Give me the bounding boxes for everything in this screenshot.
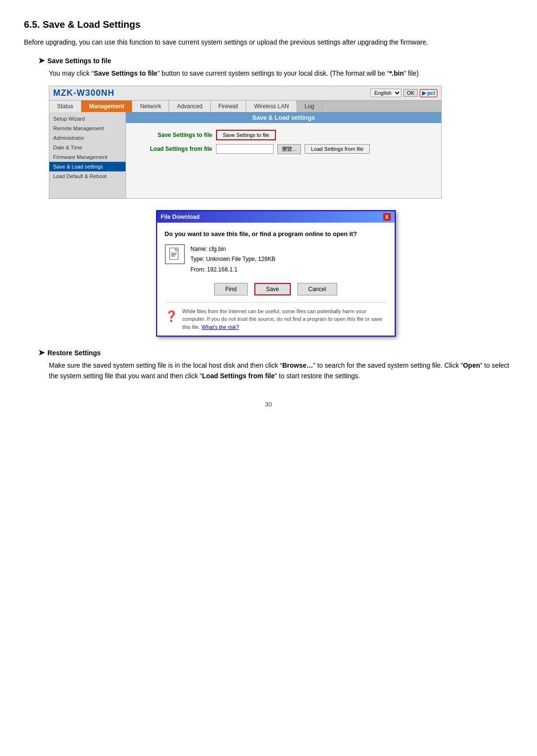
load-settings-label: Load Settings from file	[136, 146, 212, 152]
nav-tab-wireless-lan[interactable]: Wireless LAN	[246, 101, 297, 112]
router-lang-area: English OK ▶ pci	[370, 89, 437, 97]
dialog-question: Do you want to save this file, or find a…	[165, 230, 387, 237]
dialog-warning: ❓ While files from the Internet can be u…	[165, 302, 387, 331]
file-icon-svg	[168, 248, 182, 261]
warning-text: While files from the Internet can be use…	[183, 307, 387, 331]
file-download-dialog: File Download X Do you want to save this…	[156, 210, 396, 337]
bullet1-title-text: Save Settings to file	[47, 57, 111, 65]
nav-tab-log[interactable]: Log	[297, 101, 322, 112]
warning-icon: ❓	[165, 308, 178, 324]
dialog-title: File Download	[161, 214, 200, 220]
sidebar-item-remote-management[interactable]: Remote Management	[49, 124, 126, 133]
dialog-buttons: Find Save Cancel	[165, 283, 387, 295]
dialog-file-icon	[165, 244, 185, 264]
nav-tab-firewall[interactable]: Firewall	[211, 101, 246, 112]
nav-tab-network[interactable]: Network	[132, 101, 169, 112]
bullet-save-settings: ➤ Save Settings to file You may click “S…	[38, 56, 513, 337]
sidebar-item-load-default-reboot[interactable]: Load Default & Reboot	[49, 171, 126, 181]
dialog-body: Do you want to save this file, or find a…	[157, 223, 395, 336]
svg-rect-3	[171, 254, 176, 255]
sidebar-item-administrator[interactable]: Administrator	[49, 133, 126, 143]
nav-tab-status[interactable]: Status	[49, 101, 81, 112]
warning-link[interactable]: What's the risk?	[202, 324, 239, 330]
router-sidebar: Setup Wizard Remote Management Administr…	[49, 112, 126, 198]
router-pci-logo: ▶ pci	[420, 89, 437, 97]
router-ui-screenshot: MZK-W300NH English OK ▶ pci Status Manag…	[49, 86, 442, 199]
save-settings-label: Save Settings to file	[136, 132, 212, 138]
router-form-area: Save Settings to file Save Settings to f…	[126, 123, 441, 165]
save-form-row: Save Settings to file Save Settings to f…	[136, 130, 432, 140]
file-name-row: Name: cfg.bin	[191, 244, 275, 255]
sidebar-item-setup-wizard[interactable]: Setup Wizard	[49, 114, 126, 124]
bullet2-title-text: Restore Settings	[47, 349, 101, 357]
browse-button[interactable]: 瀏覽...	[277, 144, 301, 154]
sidebar-item-save-load-settings[interactable]: Save & Load settings	[49, 162, 126, 171]
router-top-bar: MZK-W300NH English OK ▶ pci	[49, 86, 441, 101]
intro-text: Before upgrading, you can use this funct…	[24, 37, 513, 47]
section-title: 6.5. Save & Load Settings	[24, 19, 513, 30]
bullet2-title: ➤ Restore Settings	[38, 348, 513, 357]
cancel-button[interactable]: Cancel	[297, 283, 337, 295]
svg-rect-4	[171, 256, 175, 257]
router-main: Setup Wizard Remote Management Administr…	[49, 112, 441, 198]
file-from-row: From: 192.168.1.1	[191, 265, 275, 275]
dialog-file-details: Name: cfg.bin Type: Unknown File Type, 1…	[191, 244, 275, 275]
nav-tab-advanced[interactable]: Advanced	[169, 101, 210, 112]
find-button[interactable]: Find	[214, 283, 248, 295]
bullet1-title: ➤ Save Settings to file	[38, 56, 513, 65]
content-title: Save & Load settings	[126, 112, 441, 123]
dialog-titlebar: File Download X	[157, 211, 395, 223]
router-nav: Status Management Network Advanced Firew…	[49, 101, 441, 112]
language-select[interactable]: English	[370, 89, 401, 97]
save-button[interactable]: Save	[254, 283, 290, 295]
page-number: 30	[24, 401, 513, 408]
router-ok-button[interactable]: OK	[403, 89, 418, 97]
dialog-close-button[interactable]: X	[383, 213, 391, 221]
bullet-restore-settings: ➤ Restore Settings Make sure the saved s…	[38, 348, 513, 382]
nav-tab-management[interactable]: Management	[81, 101, 132, 112]
svg-rect-2	[171, 253, 177, 254]
router-logo: MZK-W300NH	[53, 88, 114, 98]
router-content: Save & Load settings Save Settings to fi…	[126, 112, 441, 198]
dialog-file-info: Name: cfg.bin Type: Unknown File Type, 1…	[165, 244, 387, 275]
file-type-row: Type: Unknown File Type, 128KB	[191, 254, 275, 265]
bullet2-body: Make sure the saved system setting file …	[49, 360, 513, 382]
bullet-arrow-icon: ➤	[38, 56, 45, 65]
bullet1-body: You may click “Save Settings to file” bu…	[49, 68, 513, 79]
load-file-input[interactable]	[216, 144, 274, 154]
load-form-row: Load Settings from file 瀏覽... Load Setti…	[136, 144, 432, 154]
sidebar-item-firmware-management[interactable]: Firmware Management	[49, 152, 126, 162]
sidebar-item-date-time[interactable]: Date & Time	[49, 143, 126, 152]
bullet2-arrow-icon: ➤	[38, 348, 45, 357]
save-settings-button[interactable]: Save Settings to file	[216, 130, 276, 140]
load-settings-button[interactable]: Load Settings from file	[305, 144, 369, 154]
